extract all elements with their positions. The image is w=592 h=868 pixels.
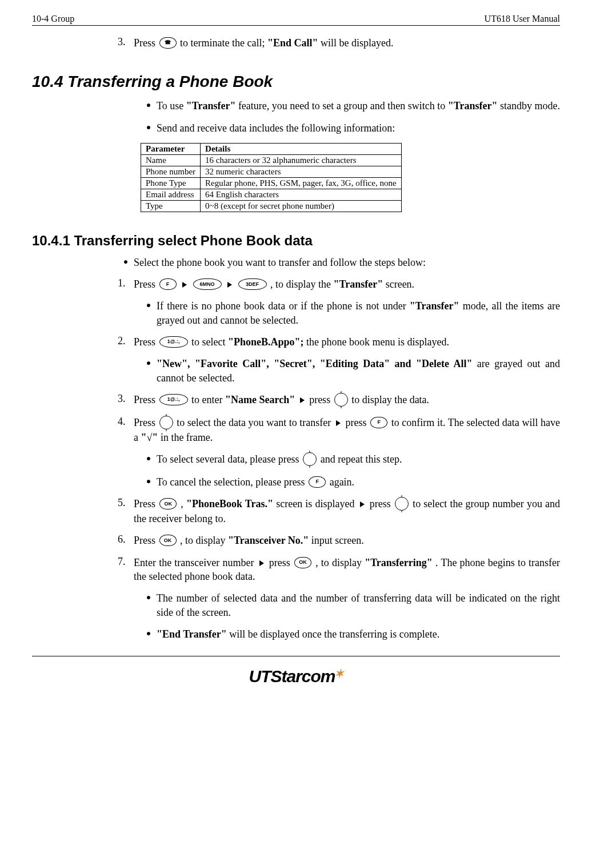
text: to enter	[191, 394, 225, 405]
step-3: 3. Press 1@.:, to enter "Name Search" pr…	[118, 393, 560, 408]
table-header-row: Parameter Details	[141, 143, 402, 154]
logo-ut: UT	[249, 667, 270, 686]
bold-text: "New", "Favorite Call", "Secret", "Editi…	[157, 358, 472, 369]
bullet-content: Send and receive data includes the follo…	[157, 121, 560, 135]
bold-text: "√"	[141, 432, 158, 443]
text: in the frame.	[161, 432, 213, 443]
bullet-dot-icon: ●	[141, 299, 157, 327]
table-cell: 64 English characters	[201, 189, 401, 200]
bold-text: "Transceiver No."	[228, 535, 309, 546]
sub-bullet-cancel-selection: ● To cancel the selection, please press …	[141, 475, 560, 489]
header-right: UT618 User Manual	[485, 14, 560, 24]
table-header: Details	[201, 143, 401, 154]
scroll-key-icon	[334, 393, 348, 407]
ok-key-icon: OK	[159, 535, 177, 546]
arrow-right-icon	[336, 420, 341, 426]
table-cell: 32 numeric characters	[201, 166, 401, 177]
arrow-right-icon	[300, 397, 305, 403]
step-number: 2.	[118, 335, 134, 349]
bullet-dot-icon: ●	[141, 452, 157, 467]
text: standby mode.	[500, 100, 560, 112]
sub-bullet-end-transfer: ● "End Transfer" will be displayed once …	[141, 627, 560, 641]
table-row: Type 0~8 (except for secret phone number…	[141, 200, 402, 212]
section-heading-10-4: 10.4 Transferring a Phone Book	[32, 73, 560, 91]
table-header: Parameter	[141, 143, 201, 154]
scroll-key-icon	[303, 452, 317, 466]
text: press	[309, 394, 333, 405]
key-3-icon: 3DEF	[238, 278, 267, 290]
step-content: Press ☎ to terminate the call; "End Call…	[134, 36, 560, 50]
bullet-content: Select the phone book you want to transf…	[134, 256, 560, 269]
logo-rest: Starcom	[270, 667, 335, 686]
bullet-select-phonebook: ● Select the phone book you want to tran…	[118, 256, 560, 269]
step-number: 3.	[118, 36, 134, 50]
table-cell: Phone Type	[141, 177, 201, 189]
subsection-heading-10-4-1: 10.4.1 Transferring select Phone Book da…	[32, 233, 560, 249]
bold-text: "Transferring"	[365, 557, 433, 568]
bullet-dot-icon: ●	[141, 591, 157, 619]
text: To cancel the selection, please press	[157, 476, 307, 488]
bullet-content: "End Transfer" will be displayed once th…	[157, 627, 560, 641]
arrow-right-icon	[259, 560, 264, 566]
scroll-key-icon	[159, 416, 173, 429]
key-1-icon: 1@.:,	[159, 336, 188, 348]
bold-text: "End Call"	[267, 37, 318, 49]
step-5: 5. Press OK , "PhoneBook Tras." screen i…	[118, 497, 560, 525]
text: to display the data.	[351, 394, 429, 405]
text: and repeat this step.	[321, 453, 402, 465]
footer-logo: UTStarcom✶	[32, 667, 560, 686]
bold-text: "PhoneB.Appo";	[228, 336, 304, 348]
text: If there is no phone book data or if the…	[157, 300, 410, 312]
text: Press	[134, 278, 158, 290]
text: press	[370, 498, 394, 509]
step-1: 1. Press F 6MNO 3DEF , to display the "T…	[118, 277, 560, 291]
bold-text: "End Transfer"	[157, 628, 227, 640]
text: Press	[134, 394, 158, 405]
text: screen.	[386, 278, 414, 290]
table-cell: Type	[141, 200, 201, 212]
text: To select several data, please press	[157, 453, 302, 465]
text: to select	[191, 336, 228, 348]
step-7: 7. Enter the transceiver number press OK…	[118, 556, 560, 584]
arrow-right-icon	[227, 282, 232, 288]
text: , to display	[315, 557, 365, 568]
text: Press	[134, 417, 158, 428]
f-key-icon: F	[309, 476, 326, 488]
step-number: 6.	[118, 533, 134, 547]
bullet-content: If there is no phone book data or if the…	[157, 299, 560, 327]
parameters-table: Parameter Details Name 16 characters or …	[141, 143, 402, 212]
text: press	[269, 557, 293, 568]
text: to terminate the call;	[180, 37, 267, 49]
step-3-top: 3. Press ☎ to terminate the call; "End C…	[118, 36, 560, 50]
text: ,	[181, 498, 186, 509]
text: input screen.	[311, 535, 364, 546]
text: Press	[134, 498, 158, 509]
table-cell: Name	[141, 154, 201, 166]
bullet-content: To use "Transfer" feature, you need to s…	[157, 99, 560, 113]
text: To use	[157, 100, 186, 112]
scroll-key-icon	[395, 497, 409, 511]
bullet-dot-icon: ●	[141, 99, 157, 113]
bullet-transfer-use: ● To use "Transfer" feature, you need to…	[141, 99, 560, 113]
step-content: Press to select the data you want to tra…	[134, 416, 560, 444]
text: press	[346, 417, 370, 428]
bullet-dot-icon: ●	[118, 256, 134, 269]
table-cell: Phone number	[141, 166, 201, 177]
bold-text: "Name Search"	[225, 394, 295, 405]
bold-text: "PhoneBook Tras."	[186, 498, 273, 509]
key-1-icon: 1@.:,	[159, 394, 188, 405]
step-content: Press 1@.:, to enter "Name Search" press…	[134, 393, 560, 408]
step-content: Press 1@.:, to select "PhoneB.Appo"; the…	[134, 335, 560, 349]
bullet-dot-icon: ●	[141, 475, 157, 489]
text: , to display the	[270, 278, 334, 290]
page-header: 10-4 Group UT618 User Manual	[32, 14, 560, 26]
bullet-dot-icon: ●	[141, 357, 157, 385]
text: will be displayed.	[321, 37, 393, 49]
step-number: 5.	[118, 497, 134, 525]
bullet-dot-icon: ●	[141, 121, 157, 135]
text: screen is displayed	[276, 498, 357, 509]
table-row: Phone number 32 numeric characters	[141, 166, 402, 177]
text: , to display	[180, 535, 228, 546]
arrow-right-icon	[360, 501, 365, 507]
bullet-content: To select several data, please press and…	[157, 452, 560, 467]
